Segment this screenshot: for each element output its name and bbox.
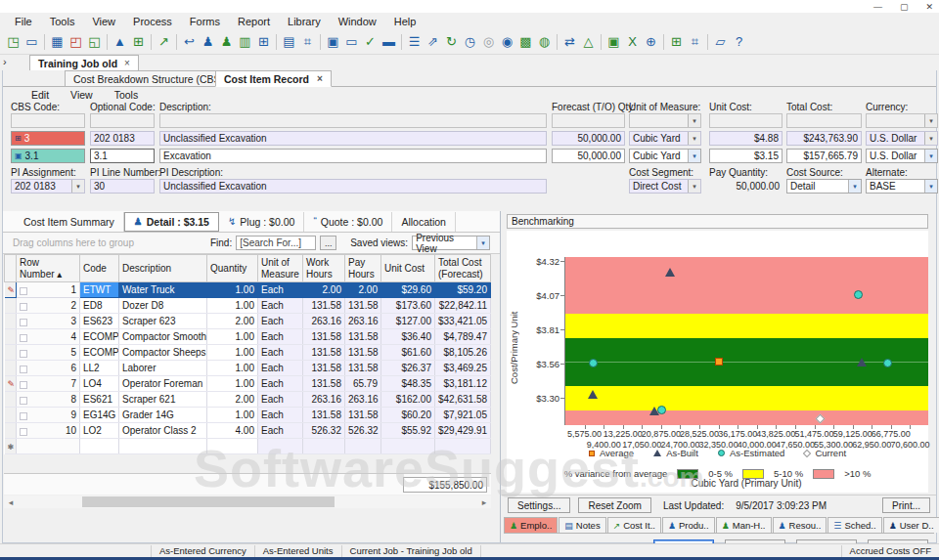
cell-description[interactable]: Grader 14G	[119, 408, 207, 423]
menu-help[interactable]: Help	[385, 14, 425, 29]
cell-work-hours[interactable]: 131.58	[303, 298, 345, 314]
report-doc-icon[interactable]: ▤	[280, 32, 298, 51]
total-cost-input[interactable]: $157,665.79	[786, 149, 862, 163]
bottom-tab-emplo[interactable]: ♟Emplo..	[504, 517, 558, 533]
expand-icon[interactable]	[20, 319, 27, 326]
cell-unit-cost[interactable]: $173.60	[381, 298, 435, 314]
detail-tab-cost[interactable]: Cost Item Summary	[15, 212, 124, 232]
detail-tab-detail[interactable]: ♟Detail : $3.15	[124, 212, 219, 232]
hierarchy-icon[interactable]: △	[579, 32, 598, 51]
contact-card-icon[interactable]: ▣	[604, 32, 623, 51]
row-number-cell[interactable]: 10	[17, 423, 80, 439]
cell-quantity[interactable]: 1.00	[207, 329, 258, 345]
description-input[interactable]: Excavation	[159, 149, 547, 163]
cell-quantity[interactable]: 2.00	[207, 314, 258, 329]
cell-quantity[interactable]: 4.00	[207, 423, 258, 439]
cell-quantity[interactable]: 2.00	[207, 392, 258, 408]
cell-total-cost[interactable]: $42,631.58	[435, 392, 491, 408]
row-number-cell[interactable]	[17, 439, 80, 454]
cell-uom[interactable]: Each	[258, 345, 303, 361]
description-field-parent[interactable]: Unclassified Excavation	[159, 131, 547, 146]
cell-pay-hours[interactable]: 131.58	[345, 408, 381, 423]
optional-code-input[interactable]: 3.1	[90, 149, 155, 163]
green-analysis-icon[interactable]: ▩	[516, 32, 535, 51]
cell-work-hours[interactable]: 2.00	[303, 282, 345, 298]
open-estimate-icon[interactable]: ◰	[67, 32, 85, 51]
col-description[interactable]: Description	[119, 255, 207, 282]
org-chart-icon[interactable]: ⌗	[298, 32, 317, 51]
col-work-hours[interactable]: Work Hours	[303, 255, 345, 282]
cell-unit-cost[interactable]: $60.20	[381, 408, 435, 423]
record-menu-view[interactable]: View	[60, 89, 104, 101]
comment-filled-icon[interactable]: ▬	[380, 32, 398, 51]
scroll-right-icon[interactable]: ▸	[477, 497, 491, 507]
cell-unit-cost[interactable]: $61.60	[381, 345, 435, 361]
find-options-button[interactable]: ...	[320, 236, 336, 250]
employee-icon[interactable]: ♟	[199, 32, 217, 51]
row-number-cell[interactable]: 9	[17, 408, 80, 423]
chart-plot-area[interactable]: $4.32$4.07$3.81$3.56$3.305,575.0013,225.…	[564, 257, 928, 425]
cost-source-select[interactable]: Detail▾	[786, 179, 862, 194]
cell-total-cost[interactable]: $33,421.05	[435, 314, 491, 329]
close-icon[interactable]: ×	[317, 73, 323, 84]
horizontal-scrollbar[interactable]: ◂ ▸	[4, 495, 491, 508]
table-row[interactable]: 10LO2Operator Class 24.00Each526.32526.3…	[5, 423, 491, 439]
find-resource-icon[interactable]: ◍	[535, 32, 554, 51]
scroll-left-icon[interactable]: ◂	[4, 497, 18, 507]
cell-pay-hours[interactable]: 131.58	[345, 345, 381, 361]
unit-cost-input[interactable]: $3.15	[709, 149, 782, 163]
table-row[interactable]: 9EG14GGrader 14G1.00Each131.58131.58$60.…	[5, 408, 491, 423]
columns-swap-icon[interactable]: ⇄	[560, 32, 579, 51]
bottom-tab-userd[interactable]: ♟User D..	[883, 517, 939, 533]
row-number-cell[interactable]: 4	[17, 329, 80, 345]
window-close-icon[interactable]: ✕	[925, 2, 933, 12]
cell-quantity[interactable]: 1.00	[207, 408, 258, 423]
cell-total-cost[interactable]: $3,181.12	[435, 376, 491, 392]
cell-work-hours[interactable]: 131.58	[303, 376, 345, 392]
cell-description[interactable]: Scraper 621	[119, 392, 207, 408]
uom-select[interactable]: Cubic Yard▾	[629, 149, 701, 163]
bottom-tab-resou[interactable]: ♟Resou..	[773, 517, 827, 533]
cell-unit-cost[interactable]: $48.35	[381, 376, 435, 392]
bottom-tab-sched[interactable]: ☰Sched..	[827, 517, 881, 533]
cell-code[interactable]: LO4	[80, 376, 119, 392]
row-number-cell[interactable]: 3	[17, 314, 80, 329]
cell-uom[interactable]	[258, 439, 303, 454]
menu-view[interactable]: View	[83, 14, 124, 29]
cell-quantity[interactable]: 1.00	[207, 298, 258, 314]
dropdown-arrow-icon[interactable]: ▾	[924, 180, 937, 193]
uom-select-empty[interactable]: ▾	[629, 113, 701, 128]
cell-work-hours[interactable]: 263.16	[303, 392, 345, 408]
print-button[interactable]: Print...	[882, 497, 930, 513]
bottom-tab-produ[interactable]: ♟Produ..	[662, 517, 715, 533]
new-row[interactable]: ✱	[5, 439, 491, 454]
cell-quantity[interactable]: 1.00	[207, 361, 258, 376]
as-estimated-marker[interactable]	[589, 359, 598, 367]
col-uom[interactable]: Unit of Measure	[258, 255, 303, 282]
cell-quantity[interactable]: 1.00	[207, 345, 258, 361]
cell-description[interactable]: Water Truck	[119, 282, 207, 298]
equipment-icon[interactable]: ▱	[711, 32, 730, 51]
cell-uom[interactable]: Each	[258, 423, 303, 439]
forecast-qty-input[interactable]: 50,000.00	[552, 149, 625, 163]
currency-select-empty[interactable]: ▾	[866, 113, 938, 128]
cell-uom[interactable]: Each	[258, 408, 303, 423]
cell-total-cost[interactable]	[435, 439, 491, 454]
cbs-code-chip-parent[interactable]: ⊞3	[11, 131, 85, 146]
trend-chart-icon[interactable]: ⇗	[424, 32, 442, 51]
cell-description[interactable]: Dozer D8	[119, 298, 207, 314]
cell-code[interactable]: LO2	[80, 423, 119, 439]
col-quantity[interactable]: Quantity	[207, 255, 258, 282]
expand-icon[interactable]	[20, 334, 27, 342]
dropdown-arrow-icon[interactable]: ▾	[924, 132, 937, 145]
refresh-icon[interactable]: ↻	[442, 32, 461, 51]
cell-quantity[interactable]: 1.00	[207, 376, 258, 392]
dropdown-arrow-icon[interactable]: ▾	[688, 114, 700, 127]
menu-library[interactable]: Library	[279, 14, 330, 29]
target-dim-icon[interactable]: ◎	[479, 32, 498, 51]
row-number-cell[interactable]: 8	[17, 392, 80, 408]
cell-code[interactable]	[80, 439, 119, 454]
tab-cost-item-record[interactable]: Cost Item Record ×	[215, 70, 332, 87]
save-icon[interactable]: ▦	[48, 32, 67, 51]
saved-views-select[interactable]: Previous View ▾	[412, 236, 490, 250]
